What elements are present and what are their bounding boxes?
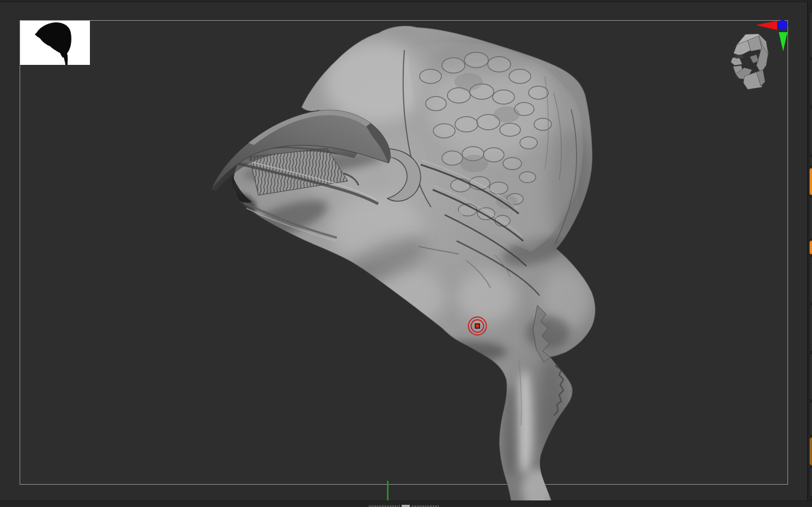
right-panel-button-edge[interactable] [809, 108, 812, 155]
silhouette-shape [35, 22, 71, 65]
sculpt-model-creature-head[interactable] [0, 0, 812, 507]
timeline-ruler-mark [399, 505, 399, 507]
right-panel-button-edge[interactable] [809, 59, 812, 106]
axis-orientation-gizmo[interactable] [752, 16, 793, 56]
right-panel-button-edge[interactable] [809, 197, 812, 239]
axis-y-arrow-icon[interactable] [779, 32, 787, 51]
right-panel-button-edge[interactable] [809, 467, 812, 497]
right-panel-button-edge[interactable] [809, 402, 812, 436]
right-panel-button-edge[interactable] [809, 156, 812, 166]
right-panel-button-edge[interactable] [809, 305, 812, 352]
axis-x-arrow-icon[interactable] [756, 21, 777, 30]
silhouette-preview-thumbnail[interactable] [20, 21, 90, 65]
right-panel-edge [807, 2, 812, 500]
timeline-marker[interactable] [387, 481, 389, 500]
right-panel-button-edge-active[interactable] [809, 240, 812, 255]
right-panel-button-edge-active[interactable] [809, 437, 812, 466]
timeline-scrubber[interactable] [402, 505, 410, 507]
right-panel-button-edge-active[interactable] [809, 168, 812, 195]
bottom-bar [0, 500, 812, 507]
right-panel-button-edge[interactable] [809, 256, 812, 303]
right-panel-button-edge[interactable] [809, 353, 812, 400]
sculpt-app-window [0, 0, 812, 507]
axis-z-dot-icon[interactable] [778, 20, 788, 31]
right-panel-button-edge[interactable] [809, 12, 812, 58]
